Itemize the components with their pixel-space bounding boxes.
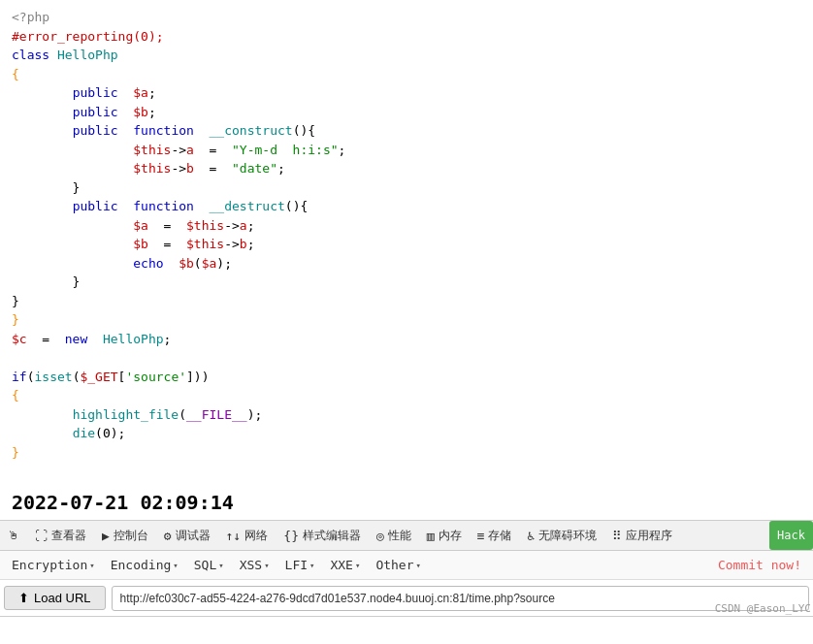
- performance-icon: ◎: [376, 529, 384, 543]
- xxe-arrow: ▾: [355, 561, 360, 570]
- devtools-console[interactable]: ▶ 控制台: [94, 521, 156, 550]
- devtools-network[interactable]: ↑↓ 网络: [218, 521, 276, 550]
- devtools-memory[interactable]: ▥ 内存: [419, 521, 470, 550]
- encoding-label: Encoding: [111, 558, 172, 572]
- upload-icon: ⬆: [18, 591, 29, 605]
- application-icon: ⠿: [612, 529, 622, 543]
- encoding-arrow: ▾: [173, 561, 178, 570]
- encryption-arrow: ▾: [89, 561, 94, 570]
- devtools-inspector[interactable]: ⛶ 查看器: [27, 521, 94, 550]
- lfi-arrow: ▾: [309, 561, 314, 570]
- load-url-label: Load URL: [34, 591, 91, 605]
- toolbar-encryption[interactable]: Encryption ▾: [4, 551, 103, 579]
- application-label: 应用程序: [626, 528, 672, 544]
- devtools-debugger[interactable]: ⚙ 调试器: [156, 521, 218, 550]
- memory-icon: ▥: [427, 529, 435, 543]
- devtools-accessibility[interactable]: ♿ 无障碍环境: [519, 521, 604, 550]
- network-label: 网络: [244, 528, 268, 544]
- devtools-bar: 🖱 ⛶ 查看器 ▶ 控制台 ⚙ 调试器 ↑↓ 网络 {} 样式编辑器 ◎ 性能 …: [0, 520, 813, 551]
- toolbar-lfi[interactable]: LFI ▾: [277, 551, 323, 579]
- toolbar-other[interactable]: Other ▾: [368, 551, 429, 579]
- console-icon: ▶: [102, 529, 110, 543]
- xxe-label: XXE: [330, 558, 352, 572]
- toolbar-encoding[interactable]: Encoding ▾: [103, 551, 186, 579]
- accessibility-icon: ♿: [527, 529, 535, 543]
- toolbar-xss[interactable]: XSS ▾: [232, 551, 277, 579]
- inspector-icon: ⛶: [35, 529, 48, 543]
- style-icon: {}: [283, 529, 299, 543]
- code-editor: <?php #error_reporting(0); class HelloPh…: [0, 0, 813, 485]
- load-url-button[interactable]: ⬆ Load URL: [4, 586, 106, 610]
- performance-label: 性能: [388, 528, 411, 544]
- xss-arrow: ▾: [264, 561, 269, 570]
- devtools-application[interactable]: ⠿ 应用程序: [604, 521, 680, 550]
- debugger-label: 调试器: [176, 528, 211, 544]
- devtools-cursor[interactable]: 🖱: [0, 521, 27, 550]
- cursor-icon: 🖱: [8, 529, 19, 542]
- url-input[interactable]: [112, 586, 809, 611]
- debugger-icon: ⚙: [164, 529, 172, 543]
- toolbar-xxe[interactable]: XXE ▾: [322, 551, 368, 579]
- commit-now-label: Commit now!: [718, 558, 801, 572]
- other-label: Other: [375, 558, 413, 572]
- hack-button[interactable]: Hack: [769, 521, 813, 550]
- memory-label: 内存: [439, 528, 462, 544]
- xss-label: XSS: [240, 558, 262, 572]
- lfi-label: LFI: [285, 558, 308, 572]
- inspector-label: 查看器: [51, 528, 86, 544]
- style-label: 样式编辑器: [303, 528, 361, 544]
- accessibility-label: 无障碍环境: [538, 528, 597, 544]
- storage-icon: ≡: [477, 529, 485, 543]
- sql-label: SQL: [194, 558, 216, 572]
- encryption-label: Encryption: [12, 558, 87, 572]
- watermark: CSDN @Eason_LYC: [715, 602, 811, 615]
- devtools-storage[interactable]: ≡ 存储: [470, 521, 520, 550]
- console-label: 控制台: [114, 528, 148, 544]
- other-arrow: ▾: [416, 561, 421, 570]
- hack-label: Hack: [777, 529, 805, 542]
- toolbar-sql[interactable]: SQL ▾: [186, 551, 232, 579]
- commit-now-button[interactable]: Commit now!: [710, 558, 809, 572]
- toolbar: Encryption ▾ Encoding ▾ SQL ▾ XSS ▾ LFI …: [0, 551, 813, 580]
- timestamp-display: 2022-07-21 02:09:14: [0, 485, 813, 520]
- network-icon: ↑↓: [226, 529, 242, 543]
- devtools-performance[interactable]: ◎ 性能: [369, 521, 419, 550]
- sql-arrow: ▾: [218, 561, 223, 570]
- storage-label: 存储: [488, 528, 511, 544]
- devtools-style-editor[interactable]: {} 样式编辑器: [276, 521, 369, 550]
- url-bar: ⬆ Load URL: [0, 580, 813, 617]
